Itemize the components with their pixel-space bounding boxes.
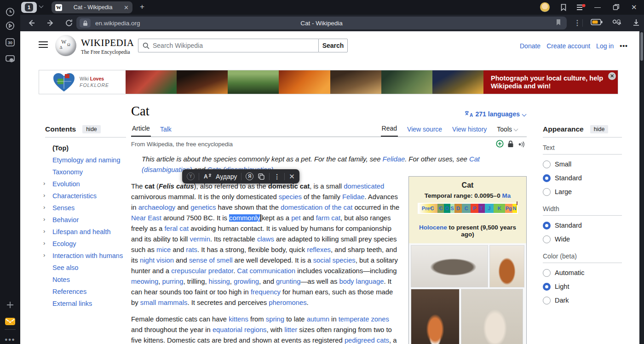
toc-expand-icon[interactable]: ›: [43, 216, 51, 223]
tab-article[interactable]: Article: [131, 125, 151, 137]
toc-item[interactable]: External links: [45, 298, 126, 310]
toc-expand-icon[interactable]: ›: [43, 204, 51, 211]
toc-expand-icon[interactable]: ›: [43, 228, 51, 235]
radio-icon[interactable]: [543, 174, 551, 182]
toc-item[interactable]: Etymology and naming: [45, 154, 126, 166]
tab-group-badge[interactable]: 1: [21, 2, 37, 13]
listen-audio-icon[interactable]: [518, 140, 526, 148]
appearance-option-dark[interactable]: Dark: [543, 293, 622, 307]
wiki-link[interactable]: small mammals: [140, 299, 188, 306]
toc-link[interactable]: References: [52, 288, 86, 295]
browser-menu-icon[interactable]: [576, 4, 586, 12]
radio-icon[interactable]: [543, 161, 551, 168]
toc-item[interactable]: Taxonomy: [45, 166, 126, 178]
toc-link[interactable]: Interaction with humans: [52, 252, 123, 259]
wiki-link[interactable]: litter: [284, 326, 297, 333]
timeline-period-C[interactable]: C: [462, 204, 471, 213]
wiki-link[interactable]: frequency: [251, 288, 281, 296]
wiki-link[interactable]: rats: [186, 246, 197, 253]
url-bar[interactable]: en.wikipedia.org Cat - Wikipedia: [76, 17, 567, 29]
appearance-option-standard[interactable]: Standard: [543, 218, 622, 232]
toc-item[interactable]: ›Ecology: [45, 238, 126, 250]
wiki-loves-folklore-banner[interactable]: Wiki LovesFOLKLORE Photograph your local…: [39, 70, 618, 94]
search-input[interactable]: Search Wikipedia: [138, 39, 318, 52]
translate-button-label[interactable]: Аудару: [216, 173, 237, 180]
wiki-link[interactable]: archaeology: [138, 204, 176, 211]
toc-expand-icon[interactable]: ›: [43, 252, 51, 258]
wiki-link[interactable]: equatorial regions: [213, 326, 267, 333]
donate-link[interactable]: Donate: [520, 42, 540, 50]
toc-link[interactable]: Taxonomy: [52, 168, 83, 176]
bookmarks-icon[interactable]: [559, 3, 568, 13]
timeline-period-Pg[interactable]: Pg: [505, 204, 512, 213]
tab-close-icon[interactable]: ✕: [124, 5, 129, 11]
wiki-link[interactable]: species: [279, 193, 302, 201]
toc-link[interactable]: Etymology and naming: [52, 156, 121, 164]
toc-item[interactable]: (Top): [45, 142, 126, 154]
wiki-link[interactable]: purring: [162, 278, 183, 285]
radio-icon[interactable]: [543, 297, 551, 304]
history-clock-icon[interactable]: [0, 5, 20, 19]
page-scrollbar[interactable]: [639, 31, 644, 344]
profile-avatar[interactable]: [540, 2, 550, 12]
timeline-period-S[interactable]: S: [450, 204, 454, 213]
toc-link[interactable]: Lifespan and health: [52, 228, 111, 235]
wiki-link[interactable]: genetics: [190, 204, 216, 211]
radio-icon[interactable]: [543, 283, 551, 291]
toc-item[interactable]: References: [45, 286, 126, 298]
wiki-link[interactable]: spring: [266, 315, 284, 323]
languages-button[interactable]: A 271 languages: [464, 110, 526, 118]
timeline-period-O[interactable]: O: [444, 204, 450, 213]
cat-photo-2[interactable]: [489, 245, 524, 287]
browser-y-icon[interactable]: Y: [187, 172, 195, 180]
timeline-period-D[interactable]: D: [454, 204, 462, 213]
forward-icon[interactable]: [46, 18, 55, 29]
wiki-link[interactable]: feral cat: [164, 225, 189, 232]
timeline-period-P[interactable]: P: [471, 204, 478, 213]
toc-item[interactable]: ›Interaction with humans: [45, 250, 126, 262]
tab-tools[interactable]: Tools: [496, 126, 518, 137]
timeline-period-T[interactable]: T: [478, 204, 485, 213]
create-account-link[interactable]: Create account: [546, 42, 590, 50]
wiki-link[interactable]: sense of smell: [189, 257, 233, 264]
appearance-option-standard[interactable]: Standard: [543, 171, 622, 185]
toc-item[interactable]: ›Evolution: [45, 178, 126, 190]
login-link[interactable]: Log in: [596, 42, 614, 50]
banner-close-icon[interactable]: ✕: [608, 72, 616, 80]
site-security-lock-icon[interactable]: [80, 18, 91, 28]
copy-icon[interactable]: [258, 173, 265, 180]
timeline-period-K[interactable]: K: [494, 204, 505, 213]
wiki-link[interactable]: Cat communication: [237, 267, 295, 275]
timeline-period-PreꞒ[interactable]: PreꞒ: [419, 204, 437, 213]
cat-photo-1[interactable]: [411, 245, 488, 287]
wiki-link[interactable]: social species: [313, 257, 356, 264]
timeline-period-Ꞓ[interactable]: Ꞓ: [437, 204, 444, 213]
scrollbar-thumb[interactable]: [640, 32, 643, 61]
cat-photo-3[interactable]: [411, 289, 460, 344]
wiki-link[interactable]: domesticated: [344, 183, 384, 190]
tab-read[interactable]: Read: [381, 125, 398, 137]
radio-icon[interactable]: [543, 269, 551, 277]
wiki-link[interactable]: temperate zones: [339, 315, 389, 323]
header-more-icon[interactable]: •••: [620, 42, 628, 50]
appearance-option-automatic[interactable]: Automatic: [543, 266, 622, 280]
toc-link[interactable]: See also: [52, 264, 78, 271]
wiki-link[interactable]: Near East: [131, 214, 161, 222]
active-tab[interactable]: W Cat - Wikipedia ✕: [52, 1, 132, 13]
toc-expand-icon[interactable]: ›: [43, 180, 51, 187]
toc-expand-icon[interactable]: ›: [43, 192, 51, 199]
toc-item[interactable]: ›Lifespan and health: [45, 226, 126, 238]
add-panel-icon[interactable]: [0, 298, 20, 312]
wiki-link[interactable]: meowing: [131, 278, 158, 285]
tab-talk[interactable]: Talk: [159, 126, 172, 137]
translate-text-icon[interactable]: A: [203, 172, 212, 180]
tab-group-chevron-icon[interactable]: [39, 4, 44, 8]
main-menu-hamburger-icon[interactable]: [39, 41, 48, 48]
popup-close-icon[interactable]: ✕: [289, 172, 295, 181]
window-restore-icon[interactable]: [613, 4, 620, 12]
toc-expand-icon[interactable]: ›: [43, 240, 51, 247]
toc-link[interactable]: Evolution: [52, 180, 80, 188]
wikipedia-globe-logo[interactable]: W Ω ∆: [55, 35, 76, 56]
wiki-link[interactable]: Felidae: [342, 193, 365, 201]
toolbar-kebab-icon[interactable]: ⋮: [574, 18, 581, 27]
